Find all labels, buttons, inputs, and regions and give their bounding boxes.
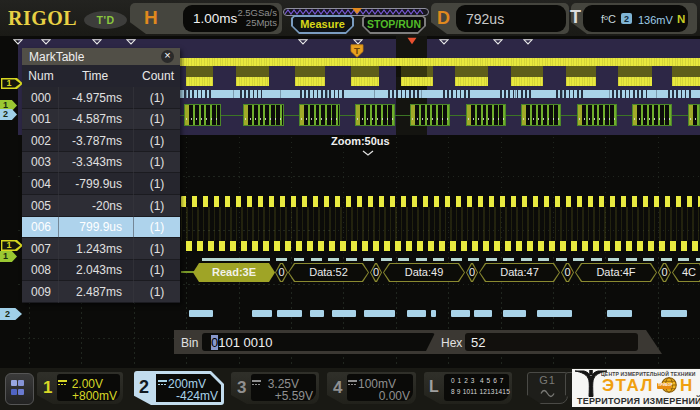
svg-text:T: T <box>354 45 360 56</box>
